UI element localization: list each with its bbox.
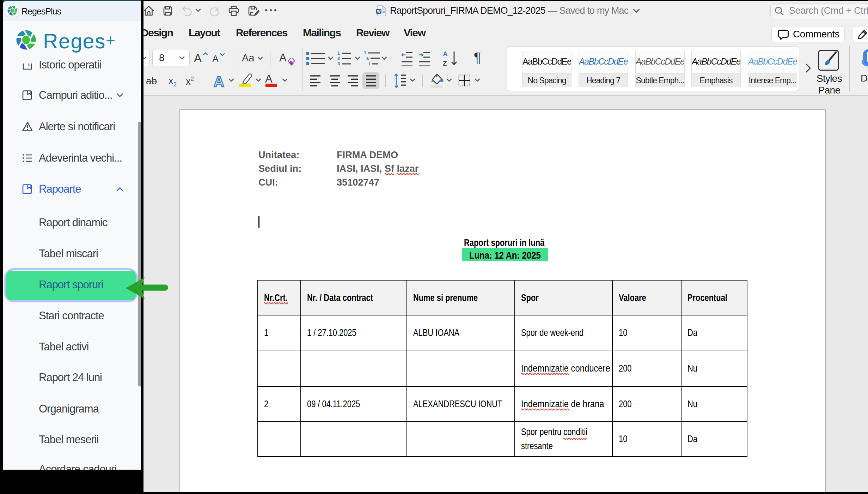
- svg-text:W: W: [377, 9, 381, 13]
- svg-text:i: i: [369, 61, 370, 66]
- svg-text:3: 3: [337, 61, 340, 66]
- svg-text:1: 1: [337, 50, 340, 56]
- svg-text:A: A: [214, 73, 224, 90]
- svg-text:2: 2: [337, 56, 340, 61]
- svg-text:a: a: [366, 56, 369, 61]
- svg-text:1: 1: [364, 50, 366, 55]
- svg-text:A: A: [443, 50, 448, 58]
- svg-text:Z: Z: [443, 60, 447, 67]
